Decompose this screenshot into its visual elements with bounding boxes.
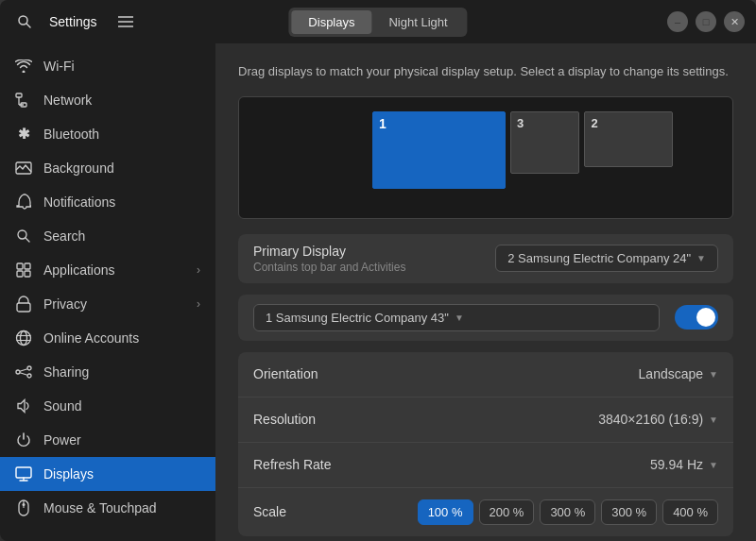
sidebar: Wi-Fi Network ✱ Bluetooth xyxy=(0,43,215,541)
background-icon xyxy=(15,160,32,177)
monitor-block-2[interactable]: 2 xyxy=(584,111,673,167)
sidebar-item-sharing[interactable]: Sharing xyxy=(0,355,215,389)
titlebar: Settings Displays Night Light – □ ✕ xyxy=(0,0,756,43)
svg-line-11 xyxy=(26,238,29,242)
scale-options: 100 % 200 % 300 % 300 % 400 % xyxy=(418,499,718,525)
resolution-text: 3840×2160 (16:9) xyxy=(598,412,703,427)
monitor-block-1[interactable]: 1 xyxy=(372,111,506,189)
resolution-row: Resolution 3840×2160 (16:9) ▼ xyxy=(238,397,733,443)
display-preview[interactable]: 1 3 2 xyxy=(238,96,733,219)
tab-night-light[interactable]: Night Light xyxy=(371,10,464,34)
svg-point-17 xyxy=(17,331,31,346)
display-settings-section: Orientation Landscape ▼ Resolution 3840×… xyxy=(238,352,733,536)
privacy-icon xyxy=(15,296,32,313)
monitor-label-2: 2 xyxy=(591,116,597,130)
sidebar-label-sound: Sound xyxy=(43,398,81,414)
orientation-label: Orientation xyxy=(253,366,639,381)
sidebar-item-bluetooth[interactable]: ✱ Bluetooth xyxy=(0,117,215,151)
refresh-rate-text: 59.94 Hz xyxy=(650,457,703,472)
sidebar-item-search[interactable]: Search xyxy=(0,219,215,253)
sidebar-item-online-accounts[interactable]: Online Accounts xyxy=(0,321,215,355)
sidebar-label-wifi: Wi-Fi xyxy=(43,59,75,74)
sidebar-item-wifi[interactable]: Wi-Fi xyxy=(0,49,215,83)
sidebar-label-sharing: Sharing xyxy=(43,364,89,380)
close-button[interactable]: ✕ xyxy=(724,11,745,32)
sidebar-item-displays[interactable]: Displays xyxy=(0,457,215,491)
svg-rect-15 xyxy=(25,271,30,277)
monitor-block-3[interactable]: 3 xyxy=(510,111,579,175)
monitor-toggle[interactable] xyxy=(675,305,718,330)
monitor-selector-value: 1 Samsung Electric Company 43" xyxy=(266,311,449,325)
monitor-selector-dropdown-arrow: ▼ xyxy=(455,313,464,323)
primary-display-dropdown-arrow: ▼ xyxy=(696,253,706,263)
sidebar-label-privacy: Privacy xyxy=(43,296,87,312)
sidebar-item-sound[interactable]: Sound xyxy=(0,389,215,423)
chevron-applications-icon: › xyxy=(197,263,200,277)
search-icon-button[interactable] xyxy=(11,8,38,35)
sidebar-item-privacy[interactable]: Privacy › xyxy=(0,287,215,321)
svg-point-21 xyxy=(16,370,20,374)
notifications-icon xyxy=(15,194,32,211)
monitor-label-3: 3 xyxy=(517,116,524,130)
bluetooth-icon: ✱ xyxy=(15,126,32,143)
network-icon xyxy=(15,92,32,109)
svg-line-24 xyxy=(20,369,27,372)
orientation-value[interactable]: Landscape ▼ xyxy=(639,366,718,381)
scale-btn-400[interactable]: 400 % xyxy=(662,499,718,525)
refresh-rate-row: Refresh Rate 59.94 Hz ▼ xyxy=(238,443,733,488)
power-icon xyxy=(15,431,32,448)
svg-line-1 xyxy=(26,24,30,27)
scale-btn-100[interactable]: 100 % xyxy=(418,499,473,525)
sidebar-label-notifications: Notifications xyxy=(43,194,115,210)
svg-line-25 xyxy=(20,373,27,376)
sidebar-label-network: Network xyxy=(43,93,92,108)
scale-btn-200[interactable]: 200 % xyxy=(479,499,535,525)
scale-row: Scale 100 % 200 % 300 % 300 % 400 % xyxy=(238,488,733,536)
resolution-dropdown-arrow: ▼ xyxy=(709,414,718,425)
scale-btn-300b[interactable]: 300 % xyxy=(601,499,657,525)
sidebar-item-mouse[interactable]: Mouse & Touchpad xyxy=(0,491,215,525)
svg-point-29 xyxy=(23,503,26,506)
primary-display-value: 2 Samsung Electric Company 24" xyxy=(507,251,691,265)
sound-icon xyxy=(15,397,32,414)
online-accounts-icon xyxy=(15,330,32,347)
sidebar-label-online-accounts: Online Accounts xyxy=(43,330,139,346)
display-description: Drag displays to match your physical dis… xyxy=(238,62,733,81)
sidebar-item-network[interactable]: Network xyxy=(0,83,215,117)
refresh-rate-value[interactable]: 59.94 Hz ▼ xyxy=(650,457,718,472)
svg-point-23 xyxy=(27,374,31,378)
hamburger-button[interactable] xyxy=(112,8,139,35)
window-title: Settings xyxy=(49,14,97,29)
primary-display-dropdown[interactable]: 2 Samsung Electric Company 24" ▼ xyxy=(495,245,718,272)
sidebar-item-notifications[interactable]: Notifications xyxy=(0,185,215,219)
maximize-button[interactable]: □ xyxy=(696,11,716,32)
sidebar-item-power[interactable]: Power xyxy=(0,423,215,457)
refresh-rate-label: Refresh Rate xyxy=(253,457,650,472)
titlebar-left: Settings xyxy=(11,8,139,35)
orientation-text: Landscape xyxy=(639,366,704,381)
sidebar-item-background[interactable]: Background xyxy=(0,151,215,185)
sidebar-label-applications: Applications xyxy=(43,262,115,278)
svg-rect-16 xyxy=(17,303,30,312)
orientation-row: Orientation Landscape ▼ xyxy=(238,352,733,397)
applications-icon xyxy=(15,262,32,279)
scale-btn-300a[interactable]: 300 % xyxy=(540,499,595,525)
sidebar-label-mouse: Mouse & Touchpad xyxy=(43,500,157,516)
svg-point-18 xyxy=(21,331,27,346)
sidebar-item-applications[interactable]: Applications › xyxy=(0,253,215,287)
minimize-button[interactable]: – xyxy=(667,11,688,32)
svg-rect-26 xyxy=(16,467,31,478)
monitor-selector-dropdown[interactable]: 1 Samsung Electric Company 43" ▼ xyxy=(253,304,660,331)
refresh-rate-dropdown-arrow: ▼ xyxy=(709,460,718,470)
svg-rect-14 xyxy=(17,271,23,277)
resolution-label: Resolution xyxy=(253,412,598,427)
search-nav-icon xyxy=(15,228,32,245)
sidebar-label-search: Search xyxy=(43,228,85,244)
svg-rect-13 xyxy=(25,263,30,269)
svg-point-22 xyxy=(27,366,31,370)
sidebar-label-displays: Displays xyxy=(43,466,94,482)
resolution-value[interactable]: 3840×2160 (16:9) ▼ xyxy=(598,412,718,427)
primary-display-row: Primary Display Contains top bar and Act… xyxy=(238,234,733,283)
settings-window: Settings Displays Night Light – □ ✕ xyxy=(0,0,756,541)
tab-displays[interactable]: Displays xyxy=(291,10,371,34)
